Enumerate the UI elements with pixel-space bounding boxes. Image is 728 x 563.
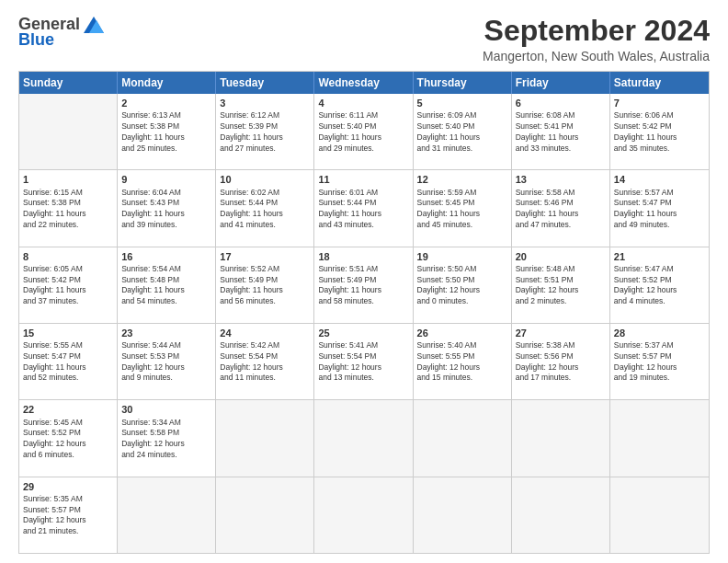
cell-info: Sunrise: 6:15 AM Sunset: 5:38 PM Dayligh…: [23, 188, 86, 229]
cell-info: Sunrise: 6:04 AM Sunset: 5:43 PM Dayligh…: [121, 188, 185, 229]
header-tuesday: Tuesday: [216, 72, 314, 94]
calendar-row-2: 1Sunrise: 6:15 AM Sunset: 5:38 PM Daylig…: [19, 169, 709, 246]
calendar-cell: 27Sunrise: 5:38 AM Sunset: 5:56 PM Dayli…: [512, 324, 610, 399]
calendar-cell: [610, 400, 709, 476]
calendar-cell: 2Sunrise: 6:13 AM Sunset: 5:38 PM Daylig…: [118, 94, 216, 169]
day-number: 2: [121, 97, 211, 109]
day-number: 27: [516, 327, 606, 339]
day-number: 9: [121, 173, 211, 186]
calendar-cell: [216, 400, 314, 476]
day-number: 5: [417, 97, 507, 109]
calendar-cell: 4Sunrise: 6:11 AM Sunset: 5:40 PM Daylig…: [314, 94, 413, 169]
calendar-cell: 12Sunrise: 5:59 AM Sunset: 5:45 PM Dayli…: [414, 170, 512, 246]
calendar-cell: 18Sunrise: 5:51 AM Sunset: 5:49 PM Dayli…: [314, 247, 413, 323]
day-number: 25: [318, 327, 408, 339]
cell-info: Sunrise: 6:12 AM Sunset: 5:39 PM Dayligh…: [220, 110, 283, 152]
day-number: 29: [23, 480, 113, 493]
calendar-cell: 3Sunrise: 6:12 AM Sunset: 5:39 PM Daylig…: [216, 94, 314, 169]
cell-info: Sunrise: 5:40 AM Sunset: 5:55 PM Dayligh…: [417, 340, 481, 382]
header-saturday: Saturday: [610, 72, 709, 94]
calendar-cell: 9Sunrise: 6:04 AM Sunset: 5:43 PM Daylig…: [118, 170, 216, 246]
cell-info: Sunrise: 6:11 AM Sunset: 5:40 PM Dayligh…: [318, 110, 381, 152]
calendar-cell: 15Sunrise: 5:55 AM Sunset: 5:47 PM Dayli…: [19, 324, 118, 399]
header-sunday: Sunday: [19, 72, 118, 94]
calendar-row-4: 15Sunrise: 5:55 AM Sunset: 5:47 PM Dayli…: [19, 323, 709, 399]
day-number: 26: [417, 327, 507, 339]
cell-info: Sunrise: 6:08 AM Sunset: 5:41 PM Dayligh…: [516, 110, 579, 152]
cell-info: Sunrise: 5:57 AM Sunset: 5:47 PM Dayligh…: [614, 188, 677, 229]
calendar-row-1: 2Sunrise: 6:13 AM Sunset: 5:38 PM Daylig…: [19, 94, 709, 169]
cell-info: Sunrise: 5:35 AM Sunset: 5:57 PM Dayligh…: [23, 494, 86, 535]
logo-blue: Blue: [18, 30, 54, 50]
calendar-cell: 14Sunrise: 5:57 AM Sunset: 5:47 PM Dayli…: [610, 170, 709, 246]
calendar-cell: 17Sunrise: 5:52 AM Sunset: 5:49 PM Dayli…: [216, 247, 314, 323]
header-monday: Monday: [118, 72, 216, 94]
cell-info: Sunrise: 5:45 AM Sunset: 5:52 PM Dayligh…: [23, 418, 86, 459]
day-number: 7: [614, 97, 705, 109]
page: General Blue September 2024 Mangerton, N…: [0, 0, 728, 563]
cell-info: Sunrise: 5:47 AM Sunset: 5:52 PM Dayligh…: [614, 264, 677, 305]
cell-info: Sunrise: 5:55 AM Sunset: 5:47 PM Dayligh…: [23, 340, 86, 382]
calendar-cell: 16Sunrise: 5:54 AM Sunset: 5:48 PM Dayli…: [118, 247, 216, 323]
calendar-cell: [610, 477, 709, 553]
calendar-cell: 8Sunrise: 6:05 AM Sunset: 5:42 PM Daylig…: [19, 247, 118, 323]
calendar-cell: 11Sunrise: 6:01 AM Sunset: 5:44 PM Dayli…: [314, 170, 413, 246]
cell-info: Sunrise: 5:38 AM Sunset: 5:56 PM Dayligh…: [516, 340, 579, 382]
calendar-header: Sunday Monday Tuesday Wednesday Thursday…: [19, 72, 709, 94]
calendar-row-5: 22Sunrise: 5:45 AM Sunset: 5:52 PM Dayli…: [19, 399, 709, 476]
day-number: 30: [121, 403, 211, 416]
calendar-cell: [216, 477, 314, 553]
header-thursday: Thursday: [414, 72, 512, 94]
title-block: September 2024 Mangerton, New South Wale…: [483, 15, 710, 63]
calendar-cell: [19, 94, 118, 169]
day-number: 11: [318, 173, 408, 186]
calendar-cell: [414, 400, 512, 476]
calendar-cell: [512, 400, 610, 476]
cell-info: Sunrise: 6:06 AM Sunset: 5:42 PM Dayligh…: [614, 110, 677, 152]
day-number: 13: [516, 173, 606, 186]
cell-info: Sunrise: 5:59 AM Sunset: 5:45 PM Dayligh…: [417, 188, 481, 229]
calendar-row-3: 8Sunrise: 6:05 AM Sunset: 5:42 PM Daylig…: [19, 247, 709, 323]
calendar-cell: 6Sunrise: 6:08 AM Sunset: 5:41 PM Daylig…: [512, 94, 610, 169]
cell-info: Sunrise: 5:58 AM Sunset: 5:46 PM Dayligh…: [516, 188, 579, 229]
day-number: 15: [23, 327, 113, 339]
cell-info: Sunrise: 6:05 AM Sunset: 5:42 PM Dayligh…: [23, 264, 86, 305]
day-number: 19: [417, 250, 507, 263]
calendar-cell: 5Sunrise: 6:09 AM Sunset: 5:40 PM Daylig…: [414, 94, 512, 169]
day-number: 28: [614, 327, 705, 339]
cell-info: Sunrise: 5:48 AM Sunset: 5:51 PM Dayligh…: [516, 264, 579, 305]
day-number: 14: [614, 173, 705, 186]
calendar-cell: 7Sunrise: 6:06 AM Sunset: 5:42 PM Daylig…: [610, 94, 709, 169]
calendar-row-6: 29Sunrise: 5:35 AM Sunset: 5:57 PM Dayli…: [19, 477, 709, 553]
day-number: 16: [121, 250, 211, 263]
calendar-cell: 22Sunrise: 5:45 AM Sunset: 5:52 PM Dayli…: [19, 400, 118, 476]
calendar-cell: [118, 477, 216, 553]
header-wednesday: Wednesday: [314, 72, 413, 94]
cell-info: Sunrise: 5:34 AM Sunset: 5:58 PM Dayligh…: [121, 418, 185, 459]
month-title: September 2024: [483, 15, 710, 47]
day-number: 1: [23, 173, 113, 186]
day-number: 4: [318, 97, 408, 109]
day-number: 21: [614, 250, 705, 263]
calendar-cell: [512, 477, 610, 553]
calendar-cell: 20Sunrise: 5:48 AM Sunset: 5:51 PM Dayli…: [512, 247, 610, 323]
day-number: 20: [516, 250, 606, 263]
cell-info: Sunrise: 5:54 AM Sunset: 5:48 PM Dayligh…: [121, 264, 185, 305]
day-number: 8: [23, 250, 113, 263]
day-number: 6: [516, 97, 606, 109]
cell-info: Sunrise: 6:09 AM Sunset: 5:40 PM Dayligh…: [417, 110, 481, 152]
cell-info: Sunrise: 5:37 AM Sunset: 5:57 PM Dayligh…: [614, 340, 677, 382]
day-number: 22: [23, 403, 113, 416]
calendar-cell: [414, 477, 512, 553]
calendar-cell: 30Sunrise: 5:34 AM Sunset: 5:58 PM Dayli…: [118, 400, 216, 476]
calendar: Sunday Monday Tuesday Wednesday Thursday…: [18, 71, 710, 554]
calendar-cell: [314, 400, 413, 476]
day-number: 10: [220, 173, 310, 186]
logo-icon: [84, 17, 104, 33]
calendar-cell: 23Sunrise: 5:44 AM Sunset: 5:53 PM Dayli…: [118, 324, 216, 399]
calendar-cell: 29Sunrise: 5:35 AM Sunset: 5:57 PM Dayli…: [19, 477, 118, 553]
cell-info: Sunrise: 6:02 AM Sunset: 5:44 PM Dayligh…: [220, 188, 283, 229]
logo: General Blue: [18, 15, 104, 50]
day-number: 12: [417, 173, 507, 186]
cell-info: Sunrise: 5:42 AM Sunset: 5:54 PM Dayligh…: [220, 340, 283, 382]
